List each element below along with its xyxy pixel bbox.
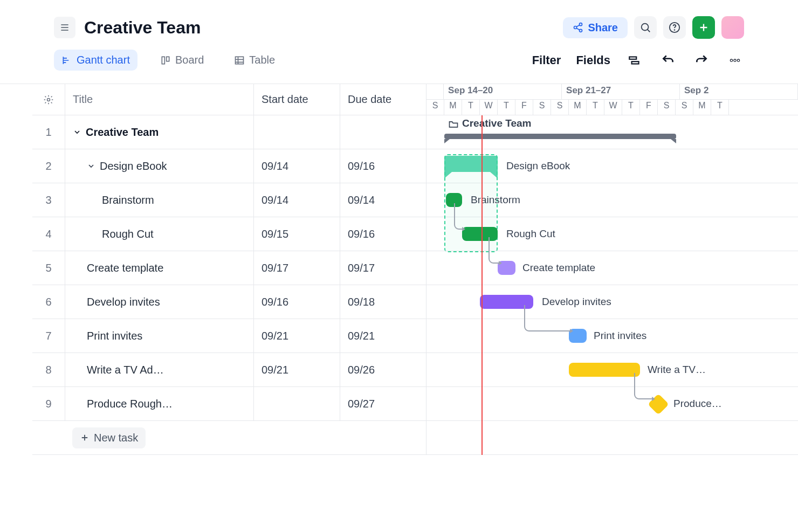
redo-button[interactable] <box>692 51 711 70</box>
row-number: 7 <box>32 330 65 342</box>
more-icon <box>728 53 742 67</box>
task-bar[interactable] <box>569 363 640 377</box>
table-row[interactable]: 5 Create template 09/17 09/17 <box>32 251 426 285</box>
task-bar[interactable] <box>498 261 515 275</box>
page-title: Creative Team <box>84 18 201 38</box>
sheet-header: Title Start date Due date <box>32 84 426 115</box>
tab-board-label: Board <box>175 54 204 66</box>
filter-button[interactable]: Filter <box>532 53 561 67</box>
day-label: T <box>587 100 604 115</box>
tab-table[interactable]: Table <box>226 50 283 71</box>
share-icon <box>573 22 583 33</box>
milestone-marker[interactable] <box>648 393 669 415</box>
table-row[interactable]: 2 Design eBook 09/14 09/16 <box>32 149 426 183</box>
day-label: T <box>498 100 515 115</box>
table-row[interactable]: 4 Rough Cut 09/15 09/16 <box>32 217 426 251</box>
chevron-down-icon[interactable] <box>87 162 95 170</box>
row-title: Produce Rough… <box>65 387 253 420</box>
plus-icon <box>698 22 710 33</box>
share-button[interactable]: Share <box>563 17 628 38</box>
day-label: F <box>515 100 533 115</box>
row-due: 09/16 <box>340 217 426 251</box>
timeline-settings-button[interactable] <box>625 51 644 70</box>
day-label: M <box>569 100 587 115</box>
table-row[interactable]: 7 Print invites 09/21 09/21 <box>32 319 426 353</box>
search-button[interactable] <box>634 16 657 39</box>
view-bar: Gantt chart Board Table Filter Fields <box>0 45 798 84</box>
task-bar[interactable] <box>480 295 533 309</box>
gantt-bar-label: Produce… <box>673 398 722 410</box>
help-icon <box>669 22 680 33</box>
row-title: Create template <box>65 251 253 285</box>
gantt-week-header: Sep 14–20 Sep 21–27 Sep 2 <box>426 84 798 100</box>
today-indicator <box>481 115 483 455</box>
chevron-down-icon[interactable] <box>73 128 81 136</box>
svg-point-0 <box>580 23 582 26</box>
table-row[interactable]: 1 Creative Team <box>32 115 426 149</box>
row-start: 09/17 <box>253 251 340 285</box>
row-start: 09/15 <box>253 217 340 251</box>
row-number: 5 <box>32 262 65 274</box>
top-bar: Creative Team Share <box>0 0 798 45</box>
search-icon <box>639 22 651 33</box>
help-button[interactable] <box>663 16 686 39</box>
row-due: 09/26 <box>340 353 426 386</box>
tab-gantt[interactable]: Gantt chart <box>54 50 137 71</box>
summary-bar[interactable] <box>444 134 676 139</box>
svg-point-11 <box>730 59 732 61</box>
gantt-bar-label: Develop invites <box>542 296 611 308</box>
table-icon <box>234 55 245 66</box>
column-header-due[interactable]: Due date <box>340 84 426 115</box>
row-title: Design eBook <box>65 149 253 183</box>
table-row[interactable]: 8 Write a TV Ad… 09/21 09/26 <box>32 353 426 387</box>
svg-rect-10 <box>632 61 639 64</box>
add-button[interactable] <box>692 16 715 39</box>
svg-point-13 <box>737 59 739 61</box>
fields-button[interactable]: Fields <box>576 53 610 67</box>
row-start: 09/14 <box>253 149 340 183</box>
row-number: 1 <box>32 126 65 139</box>
day-label: M <box>693 100 711 115</box>
gantt-bar-label: Create template <box>522 262 595 274</box>
table-row[interactable]: 3 Brainstorm 09/14 09/14 <box>32 183 426 217</box>
tab-board[interactable]: Board <box>153 50 211 71</box>
tab-gantt-label: Gantt chart <box>77 54 130 66</box>
svg-rect-8 <box>236 57 244 64</box>
task-bar[interactable] <box>462 227 498 241</box>
row-number: 3 <box>32 194 65 206</box>
new-task-button[interactable]: New task <box>72 427 146 448</box>
row-title: Print invites <box>65 319 253 353</box>
column-header-title[interactable]: Title <box>65 84 253 115</box>
menu-icon <box>59 22 70 33</box>
week-label: Sep 2 <box>680 84 798 99</box>
menu-button[interactable] <box>54 17 75 38</box>
row-title: Brainstorm <box>65 183 253 217</box>
row-start: 09/21 <box>253 353 340 386</box>
undo-button[interactable] <box>659 51 677 70</box>
task-bar[interactable] <box>569 329 587 343</box>
row-due: 09/21 <box>340 319 426 353</box>
week-label: Sep 21–27 <box>562 84 680 99</box>
table-row[interactable]: 9 Produce Rough… 09/27 <box>32 387 426 421</box>
svg-point-12 <box>734 59 736 61</box>
settings-column-button[interactable] <box>32 94 65 105</box>
user-avatar[interactable] <box>721 16 744 39</box>
gantt-chart[interactable]: Sep 14–20 Sep 21–27 Sep 2 SMTWTFSSMTWTFS… <box>426 84 798 455</box>
day-label: S <box>676 100 693 115</box>
row-title: Develop invites <box>65 285 253 319</box>
svg-rect-9 <box>629 57 636 59</box>
table-row[interactable]: 6 Develop invites 09/16 09/18 <box>32 285 426 319</box>
top-actions: Share <box>563 16 744 39</box>
row-start: 09/16 <box>253 285 340 319</box>
svg-point-14 <box>47 98 50 101</box>
day-label: T <box>622 100 640 115</box>
day-label: S <box>426 100 444 115</box>
task-bar[interactable] <box>446 193 462 207</box>
plus-icon <box>80 433 90 443</box>
day-label: T <box>711 100 729 115</box>
column-header-start[interactable]: Start date <box>253 84 340 115</box>
folder-icon <box>448 119 459 129</box>
more-button[interactable] <box>726 51 744 70</box>
row-number: 2 <box>32 160 65 172</box>
row-due: 09/17 <box>340 251 426 285</box>
